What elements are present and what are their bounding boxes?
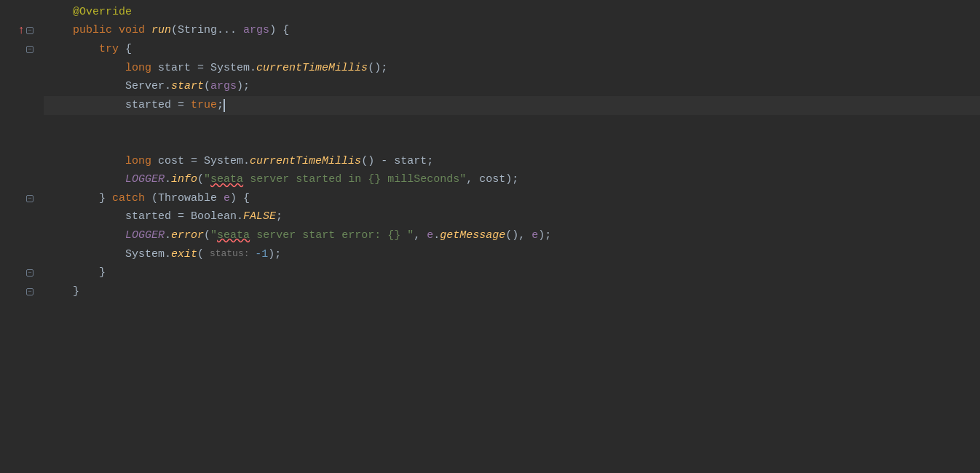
indent-15 (47, 264, 99, 282)
gutter-row-3: − (0, 40, 38, 59)
indent-6 (47, 97, 125, 114)
var-e2: e (427, 227, 433, 245)
indent-9 (47, 153, 125, 170)
brace-close2: } (73, 283, 79, 301)
indent-3 (47, 41, 99, 58)
type-system1: System (210, 60, 250, 77)
method-ctm1: currentTimeMillis (256, 60, 368, 77)
kw-long1: long (125, 60, 158, 77)
indent-11 (47, 190, 99, 207)
gutter-row-14 (0, 245, 38, 264)
gutter-row-6 (0, 96, 38, 115)
code-line-15: } (44, 263, 980, 282)
type-string: String (178, 22, 217, 39)
method-run: run (151, 22, 171, 39)
text-cursor (224, 99, 225, 112)
annotation-override: @Override (73, 4, 132, 21)
kw-true: true (191, 97, 217, 114)
method-ctm2: currentTimeMillis (250, 153, 361, 170)
param-hint-status: status: (204, 247, 255, 262)
brace-close1: } (99, 264, 106, 282)
method-error: error (171, 227, 204, 245)
exit-open: ( (197, 246, 204, 263)
var-e: e (224, 190, 230, 207)
gutter-row-5 (0, 77, 38, 96)
method-start: start (171, 78, 204, 95)
type-throwable: Throwable (158, 190, 224, 207)
var-logger1: LOGGER (125, 171, 165, 188)
dot5: . (237, 208, 243, 226)
gutter-row-4 (0, 59, 38, 78)
error-comma: , (414, 227, 427, 245)
kw-long2: long (125, 153, 158, 170)
fold-icon-catch[interactable]: − (26, 195, 33, 202)
indent-4 (47, 60, 125, 77)
dot4: . (165, 171, 171, 188)
code-line-6: started = true; (44, 96, 980, 115)
fold-icon-close2[interactable]: − (26, 288, 33, 295)
info-comma: , (466, 171, 479, 188)
gutter-row-1 (0, 3, 38, 22)
fold-icon-try[interactable]: − (26, 46, 33, 53)
var-logger2: LOGGER (125, 227, 165, 245)
code-line-13: LOGGER.error("seata server start error: … (44, 226, 980, 245)
catch-close: ) { (230, 190, 250, 207)
type-server: Server (125, 78, 165, 95)
gutter-row-16: − (0, 282, 38, 301)
start-args: ( (204, 78, 210, 95)
line-gutter: ↑ − − − − − (0, 0, 38, 473)
paren-open: ( (171, 22, 178, 39)
indent-12 (47, 208, 125, 226)
code-line-7 (44, 115, 980, 134)
code-line-4: long start = System.currentTimeMillis(); (44, 59, 980, 78)
fold-icon-close1[interactable]: − (26, 269, 33, 277)
kw-catch: catch (112, 190, 151, 207)
semicolon1: ; (217, 97, 224, 114)
method-info: info (171, 171, 197, 188)
code-line-2: public void run(String... args) { (44, 22, 980, 41)
indent-16 (47, 283, 73, 301)
type-system3: System (125, 246, 165, 263)
code-line-3: try { (44, 40, 980, 59)
gutter-row-10 (0, 170, 38, 189)
info-open: ( (197, 171, 204, 188)
code-line-9: long cost = System.currentTimeMillis() -… (44, 152, 980, 171)
code-line-1: @Override (44, 3, 980, 22)
str-info: "seata server started in {} millSeconds" (204, 171, 466, 188)
var-started1: started = (125, 97, 191, 114)
method-exit: exit (171, 246, 197, 263)
indent-1 (47, 4, 73, 21)
gutter-row-9 (0, 152, 38, 171)
dot3: . (243, 153, 250, 170)
var-e3: e (532, 227, 538, 245)
code-line-16: } (44, 282, 980, 301)
var-start: start = (158, 60, 210, 77)
gutter-row-11: − (0, 189, 38, 208)
catch-brace-close: } (99, 190, 112, 207)
dot7: . (433, 227, 440, 245)
var-args2: args (210, 78, 237, 95)
type-boolean: Boolean (191, 208, 237, 226)
code-line-12: started = Boolean.FALSE; (44, 208, 980, 227)
gutter-row-8 (0, 133, 38, 152)
dot8: . (165, 246, 171, 263)
code-line-5: Server.start(args); (44, 77, 980, 96)
var-started2: started = (125, 208, 191, 226)
kw-try: try (99, 41, 125, 58)
str-error: "seata server start error: {} " (210, 227, 414, 245)
indent-2 (47, 22, 73, 39)
ctm1-parens: (); (368, 60, 387, 77)
indent-10 (47, 171, 125, 188)
var-cost2: cost); (479, 171, 518, 188)
fold-icon-run[interactable]: − (26, 27, 33, 34)
code-line-10: LOGGER.info("seata server started in {} … (44, 170, 980, 189)
num-neg1: -1 (255, 246, 268, 263)
const-false: FALSE (243, 208, 276, 226)
run-arrow-icon[interactable]: ↑ (17, 22, 25, 41)
dot1: . (250, 60, 256, 77)
var-args: args (243, 22, 269, 39)
code-editor: ↑ − − − − − @Override (0, 0, 980, 473)
error-close: (), (505, 227, 532, 245)
kw-void: void (119, 22, 151, 39)
gutter-row-13 (0, 226, 38, 245)
